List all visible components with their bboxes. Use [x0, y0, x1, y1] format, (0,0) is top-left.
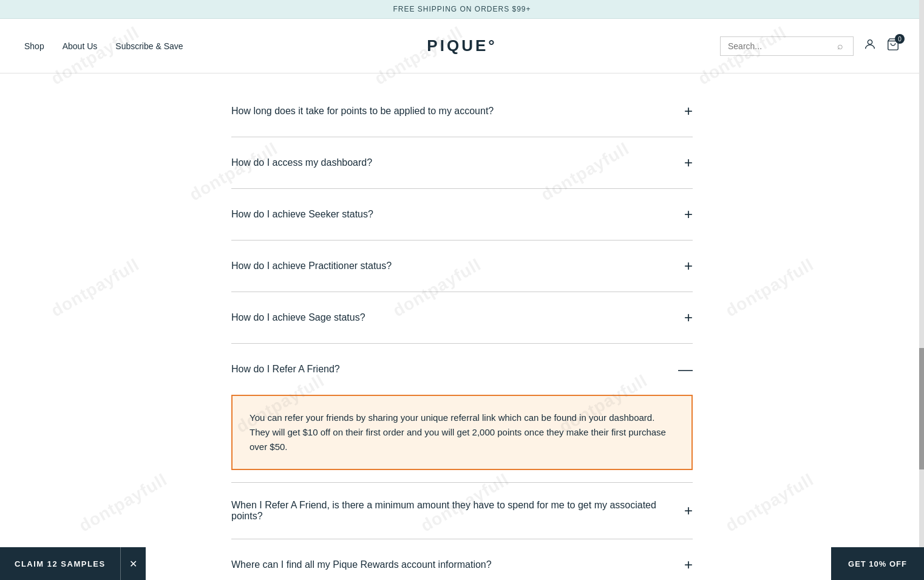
- faq-container: How long does it take for points to be a…: [231, 86, 693, 580]
- user-icon[interactable]: [863, 38, 877, 54]
- faq-question-text: How do I Refer A Friend?: [231, 364, 340, 375]
- watermark-text: dontpayfull: [722, 255, 817, 321]
- search-input[interactable]: [728, 41, 837, 51]
- faq-question-text: When I Refer A Friend, is there a minimu…: [231, 500, 672, 522]
- plus-icon: +: [684, 206, 693, 223]
- faq-item: How do I access my dashboard?+: [231, 137, 693, 189]
- plus-icon: +: [684, 502, 693, 519]
- faq-item: How do I Refer A Friend?—You can refer y…: [231, 344, 693, 483]
- banner-text: FREE SHIPPING ON ORDERS $99+: [393, 5, 531, 13]
- plus-icon: +: [684, 154, 693, 171]
- faq-question-text: How do I achieve Seeker status?: [231, 209, 373, 220]
- svg-point-0: [868, 40, 872, 44]
- search-box[interactable]: ⌕: [720, 36, 854, 56]
- main-content: How long does it take for points to be a…: [231, 73, 693, 580]
- top-banner: FREE SHIPPING ON ORDERS $99+: [0, 0, 924, 19]
- faq-item: How long does it take for points to be a…: [231, 86, 693, 137]
- get-discount-button[interactable]: GET 10% OFF: [831, 547, 924, 580]
- search-icon[interactable]: ⌕: [837, 41, 843, 52]
- scrollbar-thumb[interactable]: [919, 348, 924, 469]
- faq-answer: You can refer your friends by sharing yo…: [231, 395, 693, 470]
- faq-question-text: How do I achieve Practitioner status?: [231, 261, 392, 271]
- plus-icon: +: [684, 103, 693, 120]
- faq-question[interactable]: How do I access my dashboard?+: [231, 137, 693, 188]
- faq-question[interactable]: When I Refer A Friend, is there a minimu…: [231, 483, 693, 539]
- claim-samples-button[interactable]: CLAIM 12 SAMPLES: [0, 547, 120, 580]
- header: Shop About Us Subscribe & Save PIQUE° ⌕ …: [0, 19, 924, 73]
- faq-item: How do I achieve Sage status?+: [231, 292, 693, 344]
- main-nav: Shop About Us Subscribe & Save: [24, 41, 183, 51]
- bottom-bar: CLAIM 12 SAMPLES ✕ GET 10% OFF: [0, 547, 924, 580]
- bottom-bar-spacer: [146, 547, 831, 580]
- watermark-text: dontpayfull: [48, 255, 143, 321]
- faq-question-text: How do I access my dashboard?: [231, 157, 372, 168]
- header-right: ⌕ 0: [720, 36, 900, 56]
- faq-question[interactable]: How long does it take for points to be a…: [231, 86, 693, 137]
- plus-icon: +: [684, 309, 693, 326]
- logo[interactable]: PIQUE°: [427, 36, 497, 55]
- watermark-text: dontpayfull: [722, 469, 817, 536]
- faq-question[interactable]: How do I achieve Seeker status?+: [231, 189, 693, 240]
- faq-item: How do I achieve Practitioner status?+: [231, 241, 693, 292]
- faq-question[interactable]: How do I achieve Sage status?+: [231, 292, 693, 343]
- nav-about[interactable]: About Us: [63, 41, 98, 51]
- faq-question[interactable]: How do I Refer A Friend?—: [231, 344, 693, 395]
- cart-count: 0: [895, 34, 905, 44]
- plus-icon: +: [684, 258, 693, 275]
- nav-shop[interactable]: Shop: [24, 41, 44, 51]
- scrollbar[interactable]: [919, 0, 924, 580]
- watermark-text: dontpayfull: [76, 469, 171, 536]
- faq-item: When I Refer A Friend, is there a minimu…: [231, 483, 693, 539]
- minus-icon: —: [678, 361, 693, 378]
- claim-close-button[interactable]: ✕: [120, 547, 146, 580]
- cart-icon[interactable]: 0: [886, 38, 900, 54]
- faq-question-text: How long does it take for points to be a…: [231, 106, 494, 117]
- faq-question[interactable]: How do I achieve Practitioner status?+: [231, 241, 693, 292]
- faq-question-text: How do I achieve Sage status?: [231, 312, 365, 323]
- faq-item: How do I achieve Seeker status?+: [231, 189, 693, 241]
- nav-subscribe[interactable]: Subscribe & Save: [115, 41, 183, 51]
